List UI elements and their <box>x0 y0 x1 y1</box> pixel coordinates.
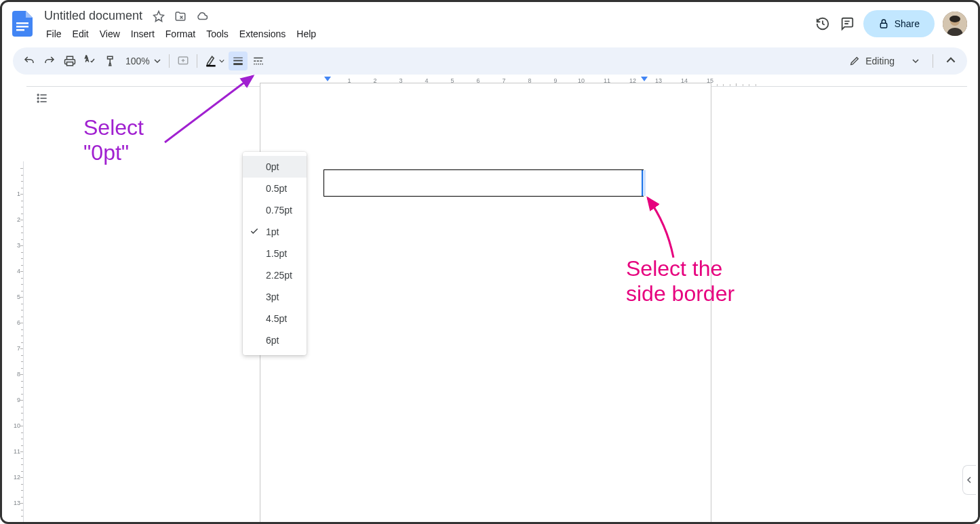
border-width-option-3pt[interactable]: 3pt <box>243 286 307 308</box>
table-right-border-handle[interactable] <box>642 170 646 196</box>
border-width-option-0_75pt[interactable]: 0.75pt <box>243 199 307 221</box>
svg-rect-26 <box>262 64 263 65</box>
annotation-left: Select "0pt" <box>83 115 144 165</box>
history-icon[interactable] <box>815 16 831 32</box>
print-button[interactable] <box>60 52 79 70</box>
paint-format-button[interactable] <box>101 52 120 70</box>
svg-point-8 <box>949 16 960 22</box>
border-width-button[interactable] <box>229 52 248 70</box>
border-width-option-0_5pt[interactable]: 0.5pt <box>243 178 307 199</box>
redo-button[interactable] <box>40 52 59 70</box>
svg-rect-19 <box>254 60 256 62</box>
collapse-toolbar-button[interactable] <box>941 52 960 70</box>
zoom-select[interactable]: 100% <box>121 56 165 66</box>
border-width-dropdown: 0pt0.5pt0.75pt1pt1.5pt2.25pt3pt4.5pt6pt <box>243 152 307 355</box>
border-width-option-4_5pt[interactable]: 4.5pt <box>243 308 307 329</box>
side-panel-toggle[interactable] <box>962 465 976 495</box>
svg-rect-24 <box>258 64 259 65</box>
move-icon[interactable] <box>172 8 189 24</box>
menu-file[interactable]: File <box>41 26 66 42</box>
border-style-button[interactable] <box>249 52 268 70</box>
spellcheck-button[interactable]: A <box>81 52 100 70</box>
menu-format[interactable]: Format <box>161 26 200 42</box>
svg-rect-25 <box>260 64 261 65</box>
svg-rect-14 <box>206 65 215 67</box>
svg-rect-32 <box>41 101 47 102</box>
border-width-option-1pt[interactable]: 1pt <box>243 221 307 243</box>
avatar[interactable] <box>943 12 967 36</box>
svg-rect-18 <box>254 58 263 59</box>
vertical-ruler[interactable]: 12345678910111213 <box>13 161 24 522</box>
svg-point-31 <box>37 100 39 102</box>
toolbar: A 100% Editing <box>13 47 967 75</box>
svg-text:A: A <box>85 55 88 59</box>
svg-rect-23 <box>256 64 257 65</box>
cloud-status-icon[interactable] <box>194 8 210 24</box>
star-icon[interactable] <box>151 8 167 24</box>
menu-edit[interactable]: Edit <box>68 26 94 42</box>
menu-view[interactable]: View <box>95 26 125 42</box>
menu-help[interactable]: Help <box>292 26 321 42</box>
canvas: 123456789101112131415 12345678910111213 … <box>2 75 978 522</box>
border-width-option-6pt[interactable]: 6pt <box>243 329 307 351</box>
editing-mode-button[interactable]: Editing <box>844 53 924 69</box>
svg-rect-20 <box>257 60 259 62</box>
header-bar: Untitled document FileEditViewInsertForm… <box>2 2 978 42</box>
border-width-option-0pt[interactable]: 0pt <box>243 156 307 178</box>
svg-rect-28 <box>41 94 47 96</box>
table-cell[interactable] <box>324 169 644 197</box>
border-width-option-1_5pt[interactable]: 1.5pt <box>243 243 307 264</box>
docs-logo[interactable] <box>9 10 36 37</box>
svg-rect-21 <box>260 60 262 62</box>
comments-icon[interactable] <box>839 16 855 32</box>
menu-insert[interactable]: Insert <box>126 26 159 42</box>
svg-rect-16 <box>233 60 243 62</box>
page[interactable] <box>260 83 711 522</box>
svg-rect-0 <box>16 22 28 24</box>
svg-rect-5 <box>880 23 886 28</box>
menu-extensions[interactable]: Extensions <box>235 26 290 42</box>
svg-point-29 <box>37 97 39 99</box>
outline-toggle-button[interactable] <box>32 88 52 108</box>
border-width-option-2_25pt[interactable]: 2.25pt <box>243 264 307 286</box>
svg-rect-1 <box>16 26 28 28</box>
insert-comment-button[interactable] <box>174 52 193 70</box>
svg-rect-2 <box>16 29 24 31</box>
zoom-value: 100% <box>125 56 150 66</box>
svg-rect-30 <box>41 98 47 99</box>
menu-bar: FileEditViewInsertFormatToolsExtensionsH… <box>41 24 809 42</box>
editing-label: Editing <box>865 56 895 66</box>
share-button[interactable]: Share <box>863 10 935 37</box>
svg-rect-15 <box>233 58 243 58</box>
svg-point-27 <box>37 94 39 96</box>
undo-button[interactable] <box>20 52 39 70</box>
svg-rect-9 <box>67 62 73 66</box>
share-label: Share <box>895 18 920 29</box>
border-color-button[interactable] <box>201 52 227 70</box>
svg-rect-17 <box>233 63 243 65</box>
svg-rect-22 <box>254 64 255 65</box>
doc-title[interactable]: Untitled document <box>41 7 145 24</box>
menu-tools[interactable]: Tools <box>201 26 233 42</box>
